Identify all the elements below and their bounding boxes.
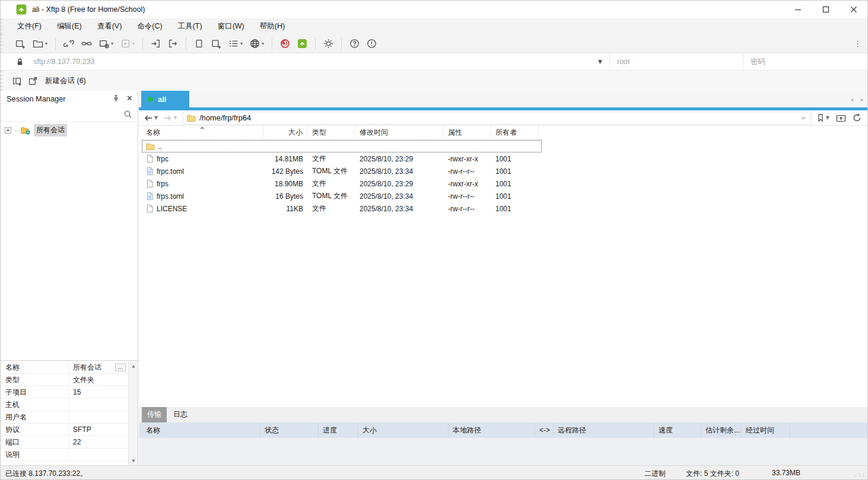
transfer-column-header-direction[interactable]: <-> (535, 422, 554, 438)
scroll-up-icon[interactable]: ▲ (129, 361, 138, 370)
new-tab-button[interactable] (209, 37, 224, 50)
search-icon[interactable] (123, 110, 132, 119)
address-url-input[interactable]: sftp://8.137.70.233 (33, 58, 598, 66)
path-field[interactable]: /home/frp/frp64 (183, 112, 811, 125)
transfer-column-header-speed[interactable]: 速度 (654, 422, 701, 438)
forward-history-caret-icon[interactable]: ▼ (173, 115, 177, 120)
export-button[interactable] (166, 37, 180, 50)
import-button[interactable] (148, 37, 163, 50)
menu-item-tools[interactable]: 工具(T) (170, 18, 210, 34)
split-session-button[interactable] (12, 76, 22, 86)
tab-transfer[interactable]: 传输 (142, 407, 167, 422)
username-field[interactable]: root (609, 53, 743, 71)
xftp-button[interactable] (295, 37, 310, 50)
duplicate-icon (194, 39, 204, 49)
file-column-header-attrs[interactable]: 属性 (444, 126, 491, 139)
tab-scroll-right-icon[interactable]: ▸ (861, 96, 864, 103)
file-row[interactable]: .. (142, 140, 542, 152)
up-folder-button[interactable] (836, 113, 846, 122)
session-manager-panel: Session Manager ✕ + 所有会话 名称所有会话...类型文件夹子… (1, 91, 138, 465)
new-file-transfer-button[interactable]: ▾ (97, 37, 116, 50)
new-session-tab-label[interactable]: 新建会话 (6) (45, 76, 86, 86)
menu-item-file[interactable]: 文件(F) (9, 18, 49, 34)
menu-item-view[interactable]: 查看(V) (90, 18, 130, 34)
transfer-column-header-elapsed[interactable]: 经过时间 (742, 422, 790, 438)
file-column-header-owner[interactable]: 所有者 (491, 126, 539, 139)
reconnect-button[interactable] (79, 37, 94, 50)
duplicate-tab-button[interactable] (192, 37, 206, 50)
transfer-column-header-name[interactable]: 名称 (142, 422, 260, 438)
refresh-button[interactable] (853, 113, 861, 122)
file-column-header-modified[interactable]: 修改时间 (355, 126, 444, 139)
tree-item-label[interactable]: 所有会话 (34, 124, 67, 136)
transfer-mode[interactable]: 二进制 (644, 469, 666, 479)
tab-scroll-left-icon[interactable]: ◂ (850, 96, 853, 103)
file-column-header-type[interactable]: 类型 (308, 126, 355, 139)
session-tab-ali[interactable]: ali (141, 91, 189, 107)
open-session-button[interactable]: ▾ (30, 37, 50, 50)
maximize-button[interactable] (812, 1, 840, 18)
file-row[interactable]: frps18.90MB文件2025/8/10, 23:29-rwxr-xr-x1… (142, 177, 542, 190)
pin-panel-icon[interactable] (112, 94, 120, 103)
disconnect-button[interactable] (61, 37, 77, 50)
feedback-button[interactable] (364, 37, 379, 50)
dropdown-caret-icon: ▾ (132, 41, 135, 46)
minimize-button[interactable] (784, 1, 812, 18)
tree-expand-icon[interactable]: + (5, 127, 11, 133)
menu-item-edit[interactable]: 编辑(E) (49, 18, 90, 34)
properties-scrollbar[interactable]: ▲ ▼ (128, 361, 138, 465)
split-session-icon (12, 76, 22, 86)
more-button[interactable]: ... (115, 363, 126, 371)
scroll-down-icon[interactable]: ▼ (129, 456, 138, 465)
back-button[interactable]: ▼ (144, 114, 158, 122)
password-field[interactable]: 密码 (743, 53, 867, 71)
close-panel-icon[interactable]: ✕ (126, 94, 133, 102)
transfer-column-header-status[interactable]: 状态 (260, 422, 319, 438)
file-column-header-size[interactable]: 大小 (263, 126, 308, 139)
open-in-new-window-button[interactable] (28, 76, 38, 86)
property-value: 文件夹 (69, 375, 128, 385)
property-label: 端口 (1, 436, 69, 448)
toolbar-overflow-button[interactable]: ⋮ (854, 34, 861, 53)
file-cell-type: 文件 (308, 177, 355, 190)
settings-button[interactable] (321, 37, 336, 50)
resize-grip[interactable]: .:: (854, 472, 866, 478)
menu-item-window[interactable]: 窗口(W) (210, 18, 252, 34)
current-path[interactable]: /home/frp/frp64 (199, 113, 800, 122)
title-bar: ali - Xftp 8 (Free for Home/School) (1, 1, 867, 18)
address-dropdown-caret-icon[interactable]: ▼ (598, 59, 602, 65)
file-row[interactable]: LICENSE11KB文件2025/8/10, 23:34-rw-r--r--1… (142, 202, 542, 215)
back-history-caret-icon[interactable]: ▼ (154, 115, 158, 120)
run-button[interactable]: ▾ (118, 37, 137, 50)
encoding-button[interactable]: ▾ (247, 37, 266, 50)
file-name: frps (157, 180, 168, 188)
file-row[interactable]: frpc14.81MB文件2025/8/10, 23:29-rwxr-xr-x1… (142, 152, 542, 165)
transfer-column-header-local_path[interactable]: 本地路径 (449, 422, 535, 438)
file-row[interactable]: frps.toml16 BytesTOML 文件2025/8/10, 23:34… (142, 190, 542, 202)
path-dropdown-chevron-icon[interactable] (800, 115, 807, 122)
file-column-header-name[interactable]: 名称 (142, 126, 263, 139)
tab-log[interactable]: 日志 (168, 407, 193, 422)
sessions-folder-icon (21, 126, 31, 135)
transfer-column-header-size[interactable]: 大小 (358, 422, 449, 438)
transfer-column-header-eta[interactable]: 估计剩余... (701, 422, 742, 438)
file-cell-size (263, 140, 308, 152)
transfer-column-header-remote_path[interactable]: 远程路径 (554, 422, 654, 438)
property-label: 子项目 (1, 386, 69, 398)
file-cell-owner: 1001 (491, 202, 539, 215)
transfer-column-header-progress[interactable]: 进度 (319, 422, 358, 438)
file-row[interactable]: frpc.toml142 BytesTOML 文件2025/8/10, 23:3… (142, 165, 542, 177)
bookmark-button[interactable]: ▼ (816, 113, 829, 122)
new-session-button[interactable] (13, 37, 28, 50)
tree-item-all-sessions[interactable]: + 所有会话 (1, 124, 138, 136)
menu-item-help[interactable]: 帮助(H) (252, 18, 292, 34)
file-cell-name: frps (142, 177, 263, 190)
view-mode-button[interactable]: ▾ (226, 37, 245, 50)
menu-item-command[interactable]: 命令(C) (129, 18, 170, 34)
bookmark-caret-icon[interactable]: ▼ (826, 115, 829, 120)
session-search-row[interactable] (1, 107, 138, 122)
forward-button[interactable]: ▼ (163, 114, 177, 122)
xshell-launch-button[interactable] (278, 37, 292, 50)
close-button[interactable] (840, 1, 867, 18)
help-button[interactable] (347, 37, 362, 50)
